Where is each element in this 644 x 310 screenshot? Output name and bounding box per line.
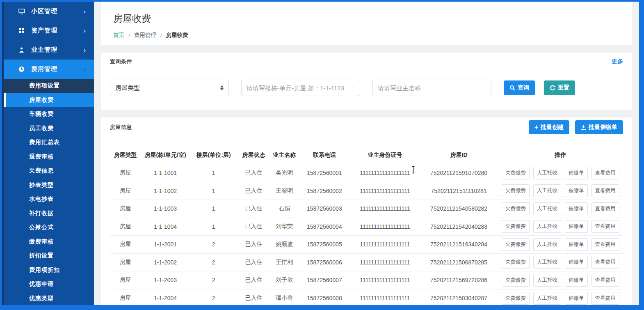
table-cell: 15872560007 [299,271,350,289]
sidebar: 小区管理›资产管理›业主管理›费用管理›费用项设置房屋收费车辆收费员工收费费用汇… [4,2,94,305]
more-link[interactable]: 更多 [612,58,623,65]
table-cell: 111111111111111111 [350,289,420,305]
reminder-button[interactable]: 催缴单 [565,167,588,179]
table-cell: 752021121511110281 [420,182,498,200]
sidebar-subitem-9[interactable]: 水电抄表 [4,192,94,207]
arrears-pay-button[interactable]: 欠费缴费 [502,184,530,197]
actions-cell: 欠费缴费人工托收催缴单查看费用 [498,200,623,218]
view-fees-button[interactable]: 查看费用 [591,202,619,215]
table-cell: 刘子欣 [270,271,299,289]
clock-icon [18,66,25,73]
view-fees-button[interactable]: 查看费用 [591,184,619,197]
table-cell: 2 [190,236,237,254]
sidebar-subitem-14[interactable]: 费用项折扣 [4,263,94,278]
view-fees-button[interactable]: 查看费用 [591,238,619,251]
sidebar-subitem-8[interactable]: 抄表类型 [4,178,94,193]
reminder-button[interactable]: 催缴单 [565,292,588,305]
sidebar-subitem-label: 费用汇总表 [29,139,60,146]
sidebar-subitem-1[interactable]: 费用项设置 [4,79,94,93]
table-cell: 2 [190,289,237,305]
sidebar-item-2[interactable]: 资产管理› [4,21,94,40]
sidebar-subitem-10[interactable]: 补打收据 [4,207,94,221]
manual-collect-button[interactable]: 人工托收 [533,238,561,251]
house-number-input[interactable] [241,80,360,96]
table-row: 房屋1-1-20042已入住谭小蓉15872560008111111111111… [110,289,623,305]
arrears-pay-button[interactable]: 欠费缴费 [502,202,530,215]
reminder-button[interactable]: 催缴单 [565,184,588,197]
sidebar-item-3[interactable]: 业主管理› [4,40,94,60]
user-icon [18,47,25,53]
sidebar-item-1[interactable]: 小区管理› [4,2,94,21]
manual-collect-button[interactable]: 人工托收 [533,274,561,287]
actions-cell: 欠费缴费人工托收催缴单查看费用 [498,218,623,236]
batch-create-button[interactable]: + 批量创建 [529,120,569,134]
house-info-title: 房屋信息 [110,124,132,131]
manual-collect-button[interactable]: 人工托收 [533,202,561,215]
arrears-pay-button[interactable]: 欠费缴费 [502,274,530,287]
sidebar-item-label: 业主管理 [31,46,57,54]
batch-reminder-button[interactable]: 批量催缴单 [575,120,623,134]
actions-cell: 欠费缴费人工托收催缴单查看费用 [498,271,623,289]
breadcrumb-home[interactable]: 首页 [113,32,124,39]
reminder-button[interactable]: 催缴单 [565,256,588,269]
sidebar-subitem-13[interactable]: 折扣设置 [4,249,94,263]
table-row: 房屋1-1-20032已入住刘子欣15872560007111111111111… [110,271,623,289]
house-type-select-value: 房屋类型 [115,84,140,92]
table-header-row: 房屋类型房屋(栋/单元/室)楼层(单位:层)房屋状态业主名称联系电话业主身份证号… [110,147,623,164]
sidebar-subitem-12[interactable]: 缴费审核 [4,235,94,249]
sidebar-subitem-label: 房屋收费 [29,96,54,104]
reminder-button[interactable]: 催缴单 [565,274,588,287]
table-row: 房屋1-1-10011已入住吴光明15872560001111111111111… [110,164,623,182]
sidebar-subitem-16[interactable]: 优惠类型 [4,292,94,305]
arrears-pay-button[interactable]: 欠费缴费 [502,167,530,179]
breadcrumb-current: 房屋收费 [166,32,188,39]
sidebar-subitem-5[interactable]: 费用汇总表 [4,135,94,150]
arrears-pay-button[interactable]: 欠费缴费 [502,292,530,305]
sidebar-subitem-3[interactable]: 车辆收费 [4,107,94,122]
view-fees-button[interactable]: 查看费用 [591,274,619,287]
table-cell: 15872560008 [299,289,350,305]
sidebar-item-4[interactable]: 费用管理› [4,60,94,79]
table-cell: 已入住 [237,236,270,254]
arrears-pay-button[interactable]: 欠费缴费 [502,238,530,251]
view-fees-button[interactable]: 查看费用 [591,220,619,233]
table-cell: 2 [190,271,237,289]
search-icon [509,85,515,91]
actions-cell: 欠费缴费人工托收催缴单查看费用 [498,236,623,254]
sidebar-subitem-2[interactable]: 房屋收费 [4,93,94,108]
manual-collect-button[interactable]: 人工托收 [533,256,561,269]
table-cell: 谭小蓉 [270,289,299,305]
table-cell: 已入住 [237,182,270,200]
manual-collect-button[interactable]: 人工托收 [533,220,561,233]
sidebar-subitem-7[interactable]: 欠费信息 [4,164,94,178]
breadcrumb-fee-management[interactable]: 费用管理 [134,32,156,39]
table-cell: 111111111111111111 [350,271,420,289]
manual-collect-button[interactable]: 人工托收 [533,292,561,305]
arrears-pay-button[interactable]: 欠费缴费 [502,256,530,269]
search-button[interactable]: 查询 [504,80,535,95]
reminder-button[interactable]: 催缴单 [565,238,588,251]
house-type-select[interactable]: 房屋类型 [110,80,229,96]
owner-name-input[interactable] [372,80,491,96]
view-fees-button[interactable]: 查看费用 [591,167,619,179]
sidebar-subitem-15[interactable]: 优惠申请 [4,277,94,292]
column-header: 业主身份证号 [350,147,420,164]
reminder-button[interactable]: 催缴单 [565,220,588,233]
reset-button[interactable]: 重置 [544,80,575,95]
batch-create-label: 批量创建 [541,124,564,131]
sidebar-subitem-6[interactable]: 退费审核 [4,150,94,164]
table-row: 房屋1-1-20022已入住王忙利15872560006111111111111… [110,253,623,271]
table-cell: 111111111111111111 [350,164,420,182]
view-fees-button[interactable]: 查看费用 [591,256,619,269]
manual-collect-button[interactable]: 人工托收 [533,184,561,197]
arrears-pay-button[interactable]: 欠费缴费 [502,220,530,233]
view-fees-button[interactable]: 查看费用 [591,292,619,305]
table-cell: 1-1-1002 [141,182,190,200]
table-cell: 房屋 [110,236,141,254]
manual-collect-button[interactable]: 人工托收 [533,167,561,179]
sidebar-subitem-4[interactable]: 员工收费 [4,122,94,136]
table-cell: 752021121540580282 [420,200,498,218]
reminder-button[interactable]: 催缴单 [565,202,588,215]
table-cell: 石娟 [270,200,299,218]
sidebar-subitem-11[interactable]: 公摊公式 [4,220,94,235]
